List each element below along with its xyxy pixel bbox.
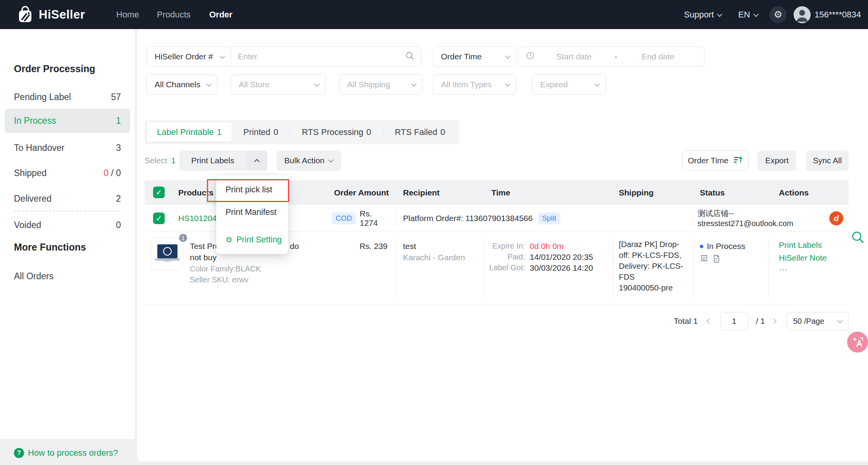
tab-rts-failed[interactable]: RTS Failed0 (383, 123, 457, 142)
order-number-type-select[interactable]: HiSeller Order # (146, 47, 231, 67)
col-header-status: Status (700, 180, 725, 205)
order-number-link[interactable]: HS1012042 (178, 205, 221, 232)
tab-count: 1 (217, 127, 222, 137)
sidebar-item-voided[interactable]: Voided 0 (0, 215, 135, 235)
menu-item-print-manifest[interactable]: Print Manifest (216, 201, 288, 223)
shipping-value: All Shipping (347, 80, 390, 89)
tab-label: Label Printable (157, 127, 214, 137)
brand-logo[interactable]: HiSeller (16, 0, 85, 29)
menu-item-print-setting[interactable]: ⚙ Print Setting (216, 228, 288, 251)
split-badge: Split (538, 213, 560, 224)
expired-value: Expired (540, 80, 568, 89)
sidebar-item-label: Pending Label (14, 92, 71, 102)
tab-label: Printed (243, 127, 270, 137)
document-icon[interactable] (712, 254, 721, 264)
sidebar-item-to-handover[interactable]: To Handover 3 (0, 138, 135, 158)
search-input[interactable] (238, 52, 405, 61)
shipping-tracking: 190400050-pre (619, 282, 689, 293)
expired-select[interactable]: Expired (532, 74, 606, 95)
item-types-select[interactable]: All Item Types (433, 74, 516, 95)
time-label-paid: Paid: (487, 252, 525, 261)
sidebar-divider (14, 211, 121, 211)
print-dropdown-menu: Print pick list Print Manifest ⚙ Print S… (216, 175, 288, 254)
product-image (151, 238, 184, 270)
preview-magnifier-icon[interactable] (851, 230, 865, 246)
tab-rts-processing[interactable]: RTS Processing0 (290, 123, 383, 142)
prev-page-icon[interactable] (706, 318, 712, 324)
action-print-labels[interactable]: Print Labels (779, 240, 822, 250)
shipping-info: [Daraz PK] Drop-off: PK-LCS-FDS, Deliver… (619, 239, 689, 293)
search-icon[interactable] (405, 51, 415, 62)
order-time-sort-button[interactable]: Order Time (682, 150, 749, 171)
chevron-down-icon (411, 81, 417, 87)
shipping-select[interactable]: All Shipping (339, 74, 422, 95)
tab-label-printable[interactable]: Label Printable1 (147, 123, 232, 142)
date-range-picker[interactable]: Start date - End date (518, 47, 704, 67)
page-of: / 1 (756, 316, 765, 326)
time-label-expire: Expire In: (487, 242, 525, 251)
sidebar-item-label: Delivered (14, 194, 52, 204)
status-icons (700, 254, 721, 264)
sidebar-item-count: 2 (116, 194, 121, 204)
nav-item-products[interactable]: Products (157, 0, 191, 29)
page-size-select[interactable]: 50 /Page (787, 312, 849, 330)
sidebar-item-in-process[interactable]: In Process 1 (5, 109, 130, 133)
export-label: Export (765, 156, 789, 165)
shopping-bag-logo-icon (16, 4, 34, 26)
sidebar-item-all-orders[interactable]: All Orders (0, 266, 135, 286)
time-value-paid: 14/01/2020 20:35 (530, 252, 593, 262)
chevron-down-icon (594, 81, 600, 87)
recipient-city: Karachi - Garden (403, 253, 465, 262)
account-menu[interactable]: 156****0834 (794, 0, 861, 29)
nav-item-home[interactable]: Home (116, 0, 139, 29)
print-labels-button[interactable]: Print Labels (179, 150, 246, 171)
support-menu[interactable]: Support (684, 0, 722, 29)
col-header-order-amount: Order Amount (334, 180, 389, 205)
order-time-type-value: Order Time (441, 52, 482, 61)
action-hiseller-note[interactable]: HiSeller Note (779, 253, 827, 263)
status-text: In Process (707, 242, 745, 251)
sync-all-button[interactable]: Sync All (806, 150, 849, 171)
time-value-label-got: 30/03/2026 14:20 (530, 263, 593, 273)
translate-fab-button[interactable] (847, 332, 868, 353)
product-name-line2: not buy (190, 253, 217, 262)
order-checkbox[interactable]: ✓ (153, 213, 165, 224)
print-setting-label: Print Setting (236, 235, 282, 245)
account-phone: 156****0834 (815, 10, 861, 20)
tab-printed[interactable]: Printed0 (232, 123, 290, 142)
menu-item-print-pick-list[interactable]: Print pick list (216, 178, 288, 201)
print-labels-dropdown-toggle[interactable] (246, 150, 267, 171)
sidebar-item-shipped[interactable]: Shipped 0 / 0 (0, 163, 135, 183)
col-header-time: Time (491, 180, 510, 205)
cell-divider (396, 237, 396, 299)
bulk-action-button[interactable]: Bulk Action (276, 150, 341, 171)
help-link[interactable]: ? How to process orders? (14, 448, 118, 458)
cell-divider (694, 237, 694, 299)
page-input[interactable] (720, 312, 748, 330)
cell-divider (396, 211, 396, 226)
end-date-placeholder[interactable]: End date (619, 52, 697, 61)
select-all-checkbox[interactable]: ✓ (153, 187, 165, 198)
receipt-icon[interactable] (700, 254, 708, 264)
sidebar-item-label: Shipped (14, 168, 46, 178)
action-more[interactable]: ... (779, 263, 788, 272)
language-label: EN (738, 10, 750, 20)
chevron-down-icon (220, 54, 225, 59)
order-time-type-select[interactable]: Order Time (433, 47, 516, 67)
support-label: Support (684, 10, 714, 20)
language-menu[interactable]: EN (738, 0, 758, 29)
next-page-icon[interactable] (771, 318, 777, 324)
daraz-channel-icon: d (829, 211, 843, 225)
nav-item-order[interactable]: Order (209, 0, 232, 29)
start-date-placeholder[interactable]: Start date (535, 52, 613, 61)
channels-select[interactable]: All Channels (146, 74, 217, 95)
product-name-part1: Test Pro (190, 242, 220, 251)
export-button[interactable]: Export (758, 150, 796, 171)
settings-button[interactable]: ⚙ (770, 0, 787, 29)
sidebar-item-count: 1 (116, 116, 121, 126)
sidebar-item-pending-label[interactable]: Pending Label 57 (0, 87, 135, 107)
sidebar-item-label: In Process (14, 116, 56, 126)
store-select[interactable]: All Store (231, 74, 326, 95)
tab-label: RTS Failed (395, 127, 437, 137)
sidebar-item-delivered[interactable]: Delivered 2 (0, 188, 135, 209)
